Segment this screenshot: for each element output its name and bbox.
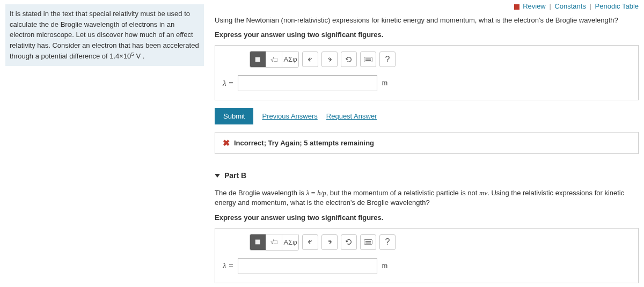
feedback-box: ✖ Incorrect; Try Again; 5 attempts remai… bbox=[215, 132, 639, 154]
template-button[interactable] bbox=[250, 51, 266, 67]
part-b-unit: m bbox=[382, 262, 387, 270]
periodic-table-link[interactable]: Periodic Table bbox=[595, 2, 639, 10]
svg-rect-0 bbox=[255, 57, 260, 62]
template-button[interactable] bbox=[250, 234, 266, 250]
constants-link[interactable]: Constants bbox=[554, 2, 586, 10]
intro-unit: V . bbox=[134, 52, 145, 60]
part-b-answer-box: √□ ΑΣφ ? bbox=[215, 228, 639, 283]
feedback-text: Incorrect; Try Again; 5 attempts remaini… bbox=[234, 139, 374, 147]
lambda-label: λ = bbox=[223, 261, 233, 270]
part-a-instruction: Express your answer using two significan… bbox=[215, 31, 639, 39]
part-a-section: Using the Newtonian (non-relativistic) e… bbox=[215, 16, 639, 154]
pb-text-1: The de Broglie wavelength is bbox=[215, 189, 306, 197]
part-a-request-answer-link[interactable]: Request Answer bbox=[326, 112, 377, 120]
symbols-button[interactable]: ΑΣφ bbox=[282, 51, 298, 67]
intro-text: It is stated in the text that special re… bbox=[10, 10, 199, 60]
review-link[interactable]: Review bbox=[523, 2, 546, 10]
part-a-question: Using the Newtonian (non-relativistic) e… bbox=[215, 16, 639, 25]
fraction-button[interactable]: √□ bbox=[266, 234, 282, 250]
flag-icon[interactable] bbox=[514, 4, 519, 10]
redo-button[interactable] bbox=[321, 234, 338, 250]
part-a-toolbar: √□ ΑΣφ ? bbox=[223, 51, 631, 68]
top-links: Review | Constants | Periodic Table bbox=[215, 0, 639, 12]
symbols-button[interactable]: ΑΣφ bbox=[282, 234, 298, 250]
separator: | bbox=[549, 2, 551, 10]
previous-answers-link[interactable]: Previous Answers bbox=[262, 112, 317, 120]
incorrect-icon: ✖ bbox=[223, 138, 230, 148]
fraction-button[interactable]: √□ bbox=[266, 51, 282, 67]
keyboard-button[interactable] bbox=[360, 51, 376, 67]
undo-button[interactable] bbox=[302, 51, 318, 67]
undo-button[interactable] bbox=[302, 234, 318, 250]
svg-rect-1 bbox=[255, 240, 260, 245]
help-button[interactable]: ? bbox=[379, 234, 396, 250]
pb-text-2: , but the momentum of a relativistic par… bbox=[326, 189, 479, 197]
chevron-down-icon bbox=[215, 174, 220, 178]
separator: | bbox=[590, 2, 591, 10]
part-b-header[interactable]: Part B bbox=[215, 166, 639, 184]
part-b-toolbar: √□ ΑΣφ ? bbox=[223, 234, 631, 251]
help-button[interactable]: ? bbox=[379, 51, 396, 67]
reset-button[interactable] bbox=[341, 234, 357, 250]
part-a-submit-button[interactable]: Submit bbox=[215, 108, 253, 124]
part-b-section: The de Broglie wavelength is λ = h/p, bu… bbox=[215, 188, 639, 287]
part-a-answer-input[interactable] bbox=[238, 75, 377, 91]
lambda-label: λ = bbox=[223, 79, 233, 88]
part-b-instruction: Express your answer using two significan… bbox=[215, 214, 639, 222]
reset-button[interactable] bbox=[341, 51, 357, 67]
pb-eq: = bbox=[309, 189, 317, 197]
part-b-answer-input[interactable] bbox=[238, 258, 377, 274]
part-b-question: The de Broglie wavelength is λ = h/p, bu… bbox=[215, 188, 639, 208]
pb-hp: h/p bbox=[317, 189, 326, 197]
redo-button[interactable] bbox=[321, 51, 338, 67]
intro-box: It is stated in the text that special re… bbox=[5, 4, 204, 66]
pb-mv: mv bbox=[479, 189, 487, 197]
part-a-answer-box: √□ ΑΣφ ? bbox=[215, 45, 639, 100]
part-a-unit: m bbox=[382, 79, 387, 87]
keyboard-button[interactable] bbox=[360, 234, 376, 250]
part-b-label: Part B bbox=[224, 171, 246, 180]
